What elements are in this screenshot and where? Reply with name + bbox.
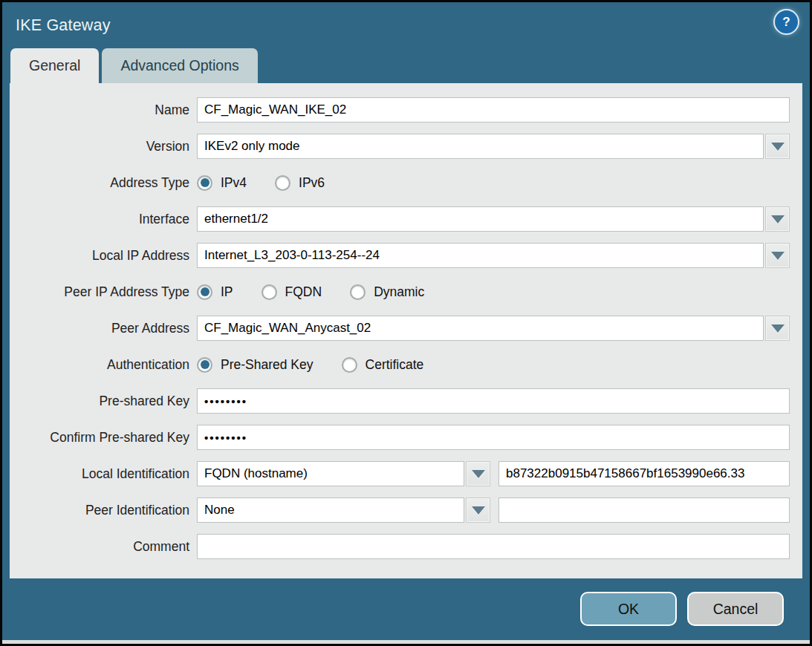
chevron-down-icon (771, 324, 785, 333)
radio-icon (350, 284, 366, 300)
peer-address-row: Peer Address (10, 316, 802, 341)
confirm-pre-shared-key-row: Confirm Pre-shared Key (10, 425, 802, 450)
general-tab-panel: Name Version Address Type (10, 83, 802, 578)
radio-ip[interactable]: IP (197, 284, 233, 300)
tab-general[interactable]: General (10, 48, 99, 83)
local-ip-address-row: Local IP Address (10, 243, 802, 268)
local-ip-address-select[interactable] (197, 243, 764, 268)
help-icon-glyph: ? (782, 15, 790, 30)
radio-dynamic[interactable]: Dynamic (350, 284, 424, 300)
peer-address-label: Peer Address (10, 321, 189, 336)
name-input[interactable] (197, 97, 790, 123)
version-dropdown-button[interactable] (765, 134, 790, 159)
dialog-footer: OK Cancel (2, 578, 810, 626)
radio-pre-shared-key[interactable]: Pre-Shared Key (197, 357, 314, 373)
radio-ipv4[interactable]: IPv4 (197, 175, 247, 191)
ike-gateway-dialog: IKE Gateway ? General Advanced Options N… (0, 0, 812, 646)
local-ip-address-dropdown-button[interactable] (765, 243, 790, 268)
local-identification-row: Local Identification (10, 461, 802, 486)
peer-ip-address-type-row: Peer IP Address Type IP FQDN Dynamic (10, 279, 802, 304)
peer-identification-value-input[interactable] (498, 497, 790, 523)
peer-address-select[interactable] (197, 316, 764, 341)
chevron-down-icon (771, 215, 785, 224)
dialog-title: IKE Gateway (16, 16, 111, 35)
radio-certificate[interactable]: Certificate (342, 357, 424, 373)
interface-label: Interface (10, 212, 189, 227)
pre-shared-key-input[interactable] (197, 388, 790, 414)
name-label: Name (10, 102, 189, 118)
radio-icon (197, 284, 212, 300)
radio-icon (275, 175, 290, 191)
local-ip-address-label: Local IP Address (10, 248, 189, 264)
local-identification-dropdown-button[interactable] (466, 461, 490, 486)
pre-shared-key-row: Pre-shared Key (10, 388, 802, 414)
local-identification-type-select[interactable] (197, 461, 464, 486)
peer-identification-label: Peer Identification (10, 503, 189, 518)
confirm-pre-shared-key-input[interactable] (197, 425, 790, 450)
authentication-label: Authentication (10, 357, 189, 373)
comment-label: Comment (10, 539, 189, 555)
version-select[interactable] (197, 134, 764, 159)
version-label: Version (10, 139, 189, 154)
title-bar: IKE Gateway ? (2, 2, 810, 48)
authentication-row: Authentication Pre-Shared Key Certificat… (10, 352, 802, 377)
address-type-row: Address Type IPv4 IPv6 (10, 170, 802, 195)
interface-row: Interface (10, 206, 802, 232)
local-identification-label: Local Identification (10, 466, 189, 482)
peer-identification-dropdown-button[interactable] (466, 497, 490, 523)
radio-icon (342, 357, 357, 373)
name-row: Name (10, 97, 802, 123)
comment-input[interactable] (197, 534, 790, 559)
radio-icon (262, 284, 277, 300)
help-icon[interactable]: ? (775, 10, 798, 33)
interface-select[interactable] (197, 206, 764, 232)
tab-advanced-options[interactable]: Advanced Options (102, 48, 257, 83)
version-row: Version (10, 134, 802, 159)
chevron-down-icon (472, 506, 485, 515)
interface-dropdown-button[interactable] (765, 206, 790, 232)
tab-bar: General Advanced Options (2, 48, 810, 83)
confirm-pre-shared-key-label: Confirm Pre-shared Key (10, 430, 189, 446)
local-identification-value-input[interactable] (498, 461, 790, 486)
peer-address-dropdown-button[interactable] (765, 316, 790, 341)
peer-identification-row: Peer Identification (10, 497, 802, 523)
ok-button[interactable]: OK (580, 592, 677, 626)
pre-shared-key-label: Pre-shared Key (10, 394, 189, 409)
chevron-down-icon (771, 252, 785, 260)
cancel-button[interactable]: Cancel (687, 592, 784, 626)
radio-icon (197, 175, 212, 191)
radio-fqdn[interactable]: FQDN (262, 284, 322, 300)
radio-icon (197, 357, 212, 373)
bottom-edge-strip (2, 640, 810, 644)
address-type-label: Address Type (10, 175, 189, 191)
chevron-down-icon (472, 470, 485, 478)
chevron-down-icon (771, 143, 785, 151)
comment-row: Comment (10, 534, 802, 559)
peer-ip-address-type-label: Peer IP Address Type (10, 284, 189, 300)
radio-ipv6[interactable]: IPv6 (275, 175, 325, 191)
peer-identification-type-select[interactable] (197, 497, 464, 523)
